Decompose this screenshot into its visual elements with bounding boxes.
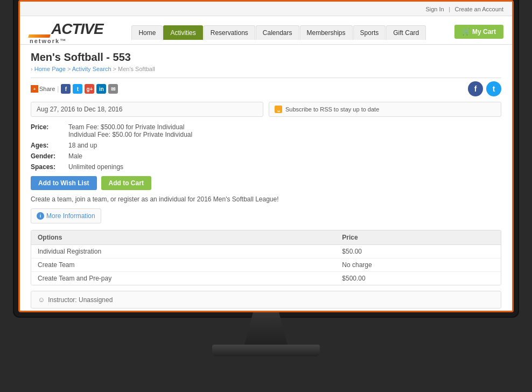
ages-value: 18 and up — [68, 142, 501, 149]
col-price-header: Price — [342, 234, 494, 241]
monitor-stand-base — [212, 345, 320, 356]
gender-row: Gender: Male — [31, 152, 501, 160]
table-row: Create Team and Pre-pay $500.00 — [31, 272, 501, 285]
option-label-2: Create Team — [38, 261, 342, 269]
person-icon: ☺ — [38, 296, 45, 304]
action-buttons: Add to Wish List Add to Cart — [31, 176, 501, 190]
share-label: Share — [39, 86, 55, 92]
add-to-cart-button[interactable]: Add to Cart — [101, 176, 151, 190]
table-row: Create Team No charge — [31, 258, 501, 272]
price-row: Price: Team Fee: $500.00 for Private Ind… — [31, 123, 501, 138]
top-bar: Sign In | Create an Account — [20, 2, 512, 16]
breadcrumb: › Home Page > Activity Search > Men's So… — [31, 66, 501, 72]
googleplus-icon[interactable]: g+ — [85, 84, 94, 94]
price-line1: Team Fee: $500.00 for Private Individual — [68, 123, 501, 131]
breadcrumb-search[interactable]: Activity Search — [72, 66, 111, 72]
instructor-box: ☺ Instructor: Unassigned — [31, 291, 501, 309]
monitor-stand-neck — [244, 312, 288, 345]
more-info-label: More Information — [46, 212, 95, 220]
nav-home[interactable]: Home — [131, 25, 163, 40]
nav-calendars[interactable]: Calendars — [256, 25, 299, 40]
email-icon[interactable]: ✉ — [108, 84, 118, 94]
add-wishlist-button[interactable]: Add to Wish List — [31, 176, 97, 190]
price-value: Team Fee: $500.00 for Private Individual… — [68, 123, 501, 138]
options-table-header: Options Price — [31, 230, 501, 245]
spaces-row: Spaces: Unlimited openings — [31, 163, 501, 171]
nav-sports[interactable]: Sports — [353, 25, 386, 40]
option-price-3: $500.00 — [342, 275, 494, 282]
option-label-3: Create Team and Pre-pay — [38, 275, 342, 282]
price-line2: Individual Fee: $50.00 for Private Indiv… — [68, 131, 501, 138]
share-pipe: | — [57, 85, 59, 93]
option-price-1: $50.00 — [342, 248, 494, 255]
facebook-icon[interactable]: f — [61, 84, 71, 94]
twitter-large-icon[interactable]: t — [486, 81, 501, 96]
twitter-icon[interactable]: t — [73, 84, 82, 94]
share-icon: + — [31, 85, 38, 93]
logo-stripe-icon — [28, 34, 51, 38]
breadcrumb-arrow: › — [31, 66, 34, 72]
main-content: Men's Softball - 553 › Home Page > Activ… — [20, 45, 512, 311]
rss-box[interactable]: ␣ Subscribe to RSS to stay up to date — [269, 102, 501, 117]
breadcrumb-sep2: > — [113, 66, 118, 72]
monitor-wrapper: Sign In | Create an Account ACTIVE netwo… — [0, 0, 532, 392]
header-divider — [31, 78, 501, 78]
ages-row: Ages: 18 and up — [31, 142, 501, 149]
share-left: + Share | f t g+ in ✉ — [31, 84, 118, 94]
social-large-icons: f t — [468, 81, 501, 96]
ages-label: Ages: — [31, 142, 68, 149]
spaces-value: Unlimited openings — [68, 163, 501, 171]
gender-label: Gender: — [31, 152, 68, 160]
more-info-box[interactable]: i More Information — [31, 208, 101, 223]
cart-label: My Cart — [472, 28, 496, 36]
breadcrumb-current: Men's Softball — [118, 66, 155, 72]
col-option-header: Options — [38, 234, 342, 241]
rss-text: Subscribe to RSS to stay up to date — [285, 106, 379, 113]
header: ACTIVE network™ Home Activities Reservat… — [20, 16, 512, 45]
monitor-screen: Sign In | Create an Account ACTIVE netwo… — [18, 0, 514, 312]
facebook-large-icon[interactable]: f — [468, 81, 483, 96]
promo-text: Create a team, join a team, or register … — [31, 195, 501, 203]
options-table: Options Price Individual Registration $5… — [31, 230, 501, 285]
cart-icon: 🛒 — [462, 28, 470, 36]
nav-activities[interactable]: Activities — [163, 25, 202, 40]
breadcrumb-sep1: > — [67, 66, 72, 72]
info-icon: i — [37, 212, 44, 220]
logo-network-text: network™ — [30, 38, 103, 44]
signin-link[interactable]: Sign In — [425, 6, 444, 12]
option-label-1: Individual Registration — [38, 248, 342, 255]
rss-icon: ␣ — [275, 106, 282, 113]
date-range-display: Aug 27, 2016 to Dec 18, 2016 — [31, 102, 263, 117]
page-title: Men's Softball - 553 — [31, 51, 501, 64]
main-nav: ACTIVE network™ Home Activities Reservat… — [29, 20, 503, 44]
nav-links: Home Activities Reservations Calendars M… — [131, 25, 426, 40]
spaces-label: Spaces: — [31, 163, 68, 171]
price-label: Price: — [31, 123, 68, 138]
logo-active-text: ACTIVE — [51, 20, 103, 38]
logo-main: ACTIVE — [29, 20, 103, 38]
gender-value: Male — [68, 152, 501, 160]
instructor-text: Instructor: Unassigned — [48, 296, 113, 304]
screen-content: Sign In | Create an Account ACTIVE netwo… — [20, 2, 512, 311]
table-row: Individual Registration $50.00 — [31, 245, 501, 258]
linkedin-icon[interactable]: in — [96, 84, 106, 94]
share-bar: + Share | f t g+ in ✉ f t — [31, 81, 501, 96]
option-price-2: No charge — [342, 261, 494, 269]
date-bar: Aug 27, 2016 to Dec 18, 2016 ␣ Subscribe… — [31, 102, 501, 117]
nav-memberships[interactable]: Memberships — [300, 25, 353, 40]
create-account-link[interactable]: Create an Account — [454, 6, 503, 12]
logo: ACTIVE network™ — [29, 20, 103, 44]
share-button[interactable]: + Share — [31, 85, 55, 93]
cart-button[interactable]: 🛒 My Cart — [454, 25, 503, 39]
separator: | — [449, 6, 450, 12]
nav-reservations[interactable]: Reservations — [204, 25, 255, 40]
breadcrumb-home[interactable]: Home Page — [34, 66, 66, 72]
nav-gift-card[interactable]: Gift Card — [386, 25, 426, 40]
